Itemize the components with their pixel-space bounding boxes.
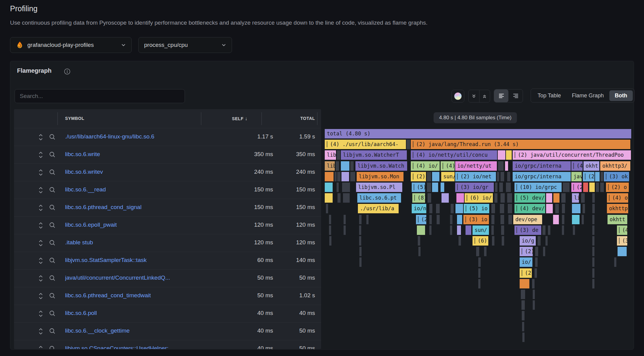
flame-bar[interactable] [417, 225, 425, 235]
search-symbol-icon[interactable] [49, 222, 56, 229]
flame-bar[interactable] [532, 279, 535, 288]
flame-bar[interactable] [600, 183, 604, 192]
color-scheme-button[interactable] [452, 90, 464, 103]
flame-bar[interactable] [506, 183, 511, 192]
flame-bar[interactable] [428, 193, 431, 203]
table-row[interactable]: libc.so.6.__read 150 ms 150 ms [14, 181, 321, 199]
flame-bar[interactable]: ▏(2) io/net [455, 172, 496, 181]
table-row[interactable]: .itable stub 120 ms 120 ms [14, 234, 321, 252]
flame-bar[interactable] [342, 183, 350, 192]
flame-bar[interactable]: dev/ope [513, 215, 542, 224]
flame-bar[interactable] [553, 215, 559, 224]
flame-bar[interactable] [494, 193, 497, 203]
flame-bar[interactable] [407, 140, 410, 149]
flame-bar[interactable] [329, 215, 331, 224]
flame-bar[interactable] [491, 225, 494, 235]
flame-bar[interactable] [478, 279, 480, 288]
flame-bar[interactable] [491, 204, 495, 213]
flame-bar[interactable] [457, 215, 462, 224]
flame-bar[interactable] [589, 183, 595, 192]
symbol-link[interactable]: libc.so.6.__clock_gettime [65, 327, 130, 334]
flame-bar[interactable] [429, 225, 431, 235]
flame-bar[interactable] [592, 215, 594, 224]
flame-bar[interactable]: libjvm.so.Mon [357, 172, 403, 181]
search-symbol-icon[interactable] [49, 169, 56, 176]
expand-row-icon[interactable] [38, 310, 43, 317]
flame-bar[interactable] [533, 300, 535, 310]
search-symbol-icon[interactable] [49, 310, 56, 317]
search-symbol-icon[interactable] [49, 151, 56, 158]
flame-bar[interactable] [521, 290, 525, 299]
flame-bar[interactable] [499, 183, 503, 192]
flame-bar[interactable] [522, 311, 525, 320]
flame-bar[interactable]: ▏(6) [473, 236, 488, 246]
flame-bar[interactable]: ▏(3) io [463, 215, 489, 224]
table-row[interactable]: libc.so.6.__clock_gettime 40 ms 50 ms [14, 322, 321, 340]
info-icon[interactable] [64, 68, 71, 75]
flame-bar[interactable] [535, 257, 538, 267]
flame-bar[interactable] [562, 225, 564, 235]
flame-bar[interactable] [592, 236, 594, 246]
search-symbol-icon[interactable] [49, 328, 56, 334]
flame-bar[interactable]: jav [571, 172, 582, 181]
flame-bar[interactable] [466, 225, 471, 235]
flame-bar[interactable]: ▏(4) io/netty/util/concu [411, 150, 497, 160]
flame-bar[interactable]: ▏(2) [411, 172, 426, 181]
flame-bar[interactable] [583, 204, 585, 213]
table-row[interactable]: ./usr/lib/aarch64-linux-gnu/libc.so.6 1.… [14, 128, 321, 146]
flame-bar[interactable] [418, 236, 420, 246]
flame-bar[interactable] [592, 257, 594, 267]
flame-bar[interactable] [561, 193, 566, 203]
flame-bar[interactable] [500, 204, 504, 213]
flame-bar[interactable] [562, 204, 565, 213]
flame-bar[interactable] [546, 204, 553, 213]
flame-bar[interactable] [427, 183, 431, 192]
flame-bar[interactable] [437, 215, 440, 224]
flame-bar[interactable] [502, 236, 504, 246]
symbol-link[interactable]: libc.so.6.writev [65, 169, 103, 175]
flame-bar[interactable] [325, 193, 333, 203]
flame-bar[interactable] [478, 257, 481, 267]
flame-bar[interactable] [543, 247, 545, 256]
flame-bar[interactable] [429, 215, 432, 224]
expand-row-icon[interactable] [38, 187, 43, 194]
flame-bar[interactable]: ./usr/lib/a [358, 204, 399, 213]
flame-bar[interactable] [508, 215, 512, 224]
flame-bar[interactable] [522, 322, 524, 331]
flame-bar[interactable] [535, 247, 538, 256]
flame-bar[interactable] [427, 172, 431, 181]
flame-bar[interactable] [359, 257, 362, 267]
flame-bar[interactable] [507, 193, 512, 203]
datasource-select[interactable]: grafanacloud-play-profiles [10, 37, 132, 53]
search-symbol-icon[interactable] [49, 257, 56, 264]
flame-bar[interactable] [535, 268, 537, 278]
table-row[interactable]: libjvm.so.CSpaceCounters::UsedHelper: 40… [14, 340, 321, 349]
symbol-link[interactable]: libc.so.6.__read [65, 186, 106, 193]
flame-bar[interactable]: lib [325, 150, 336, 160]
flame-bar[interactable] [596, 183, 599, 192]
search-input[interactable] [15, 89, 185, 103]
expand-row-icon[interactable] [38, 275, 43, 282]
flame-bar[interactable] [338, 193, 341, 203]
flame-bar[interactable] [457, 225, 461, 235]
flame-bar[interactable] [450, 215, 452, 224]
expand-row-icon[interactable] [38, 169, 43, 176]
flame-bar[interactable] [344, 215, 346, 224]
flame-bar[interactable] [601, 172, 603, 181]
flame-bar[interactable]: lib [325, 161, 335, 171]
flame-bar[interactable] [329, 225, 331, 235]
flame-bar[interactable] [491, 215, 494, 224]
view-mode-flame-graph[interactable]: Flame Graph [566, 90, 609, 101]
flame-bar[interactable] [336, 161, 339, 171]
table-row[interactable]: libc.so.6.pthread_cond_signal 150 ms 150… [14, 199, 321, 216]
flame-bar[interactable]: sun/ [441, 172, 455, 181]
flame-bar[interactable] [359, 236, 361, 246]
flame-bar[interactable]: ▏(2) [520, 247, 533, 256]
flame-bar[interactable] [500, 172, 504, 181]
symbol-link[interactable]: libjvm.so.StatSamplerTask::task [65, 257, 147, 264]
flame-bar[interactable]: okhtt [608, 215, 627, 224]
flame-bar[interactable] [500, 215, 504, 224]
flame-bar[interactable] [337, 183, 339, 192]
search-symbol-icon[interactable] [49, 239, 56, 246]
flame-bar[interactable]: ▏(2) java/lang/Thread.run (3.44 s) [411, 140, 630, 149]
